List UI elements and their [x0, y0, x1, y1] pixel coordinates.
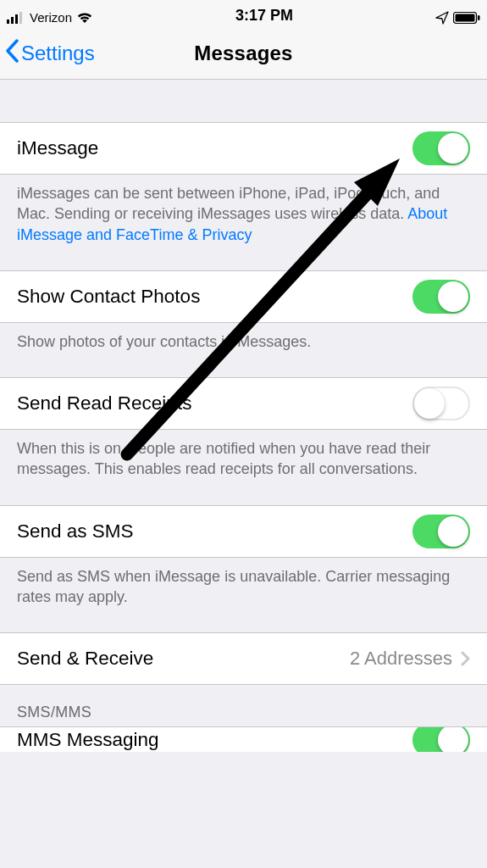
section-header-smsmms: SMS/MMS	[0, 685, 487, 726]
nav-bar: Settings Messages	[0, 27, 487, 80]
footer-send-sms: Send as SMS when iMessage is unavailable…	[0, 558, 487, 608]
row-label: Send & Receive	[17, 648, 153, 670]
chevron-right-icon	[461, 651, 470, 666]
row-detail: 2 Addresses	[350, 648, 470, 670]
row-read-receipts[interactable]: Send Read Receipts	[0, 377, 487, 430]
row-label: Send Read Receipts	[17, 392, 191, 415]
svg-rect-2	[15, 14, 18, 24]
status-left: Verizon	[7, 10, 93, 25]
footer-imessage: iMessages can be sent between iPhone, iP…	[0, 175, 487, 245]
toggle-mms[interactable]	[412, 726, 470, 752]
footer-read-receipts: When this is on, people are notified whe…	[0, 430, 487, 480]
svg-rect-1	[11, 17, 14, 24]
toggle-contact-photos[interactable]	[412, 280, 470, 314]
row-label: iMessage	[17, 137, 98, 159]
wifi-icon	[76, 12, 93, 24]
row-imessage[interactable]: iMessage	[0, 122, 487, 175]
svg-rect-3	[19, 12, 22, 24]
svg-rect-5	[455, 14, 474, 22]
row-mms-messaging[interactable]: MMS Messaging	[0, 726, 487, 752]
toggle-send-sms[interactable]	[412, 515, 470, 548]
row-send-receive[interactable]: Send & Receive 2 Addresses	[0, 632, 487, 685]
row-label: Show Contact Photos	[17, 286, 200, 308]
location-icon	[435, 11, 449, 25]
row-detail-text: 2 Addresses	[350, 648, 452, 670]
status-time: 3:17 PM	[235, 7, 293, 25]
chevron-left-icon	[5, 39, 19, 68]
back-button[interactable]: Settings	[5, 27, 95, 79]
cellular-signal-icon	[7, 12, 25, 24]
carrier-label: Verizon	[30, 10, 72, 25]
svg-rect-6	[478, 15, 480, 20]
toggle-imessage[interactable]	[412, 131, 470, 165]
battery-icon	[453, 12, 480, 24]
row-label: MMS Messaging	[17, 729, 159, 751]
footer-contact-photos: Show photos of your contacts in Messages…	[0, 323, 487, 352]
svg-rect-0	[7, 19, 9, 24]
row-contact-photos[interactable]: Show Contact Photos	[0, 270, 487, 323]
row-label: Send as SMS	[17, 520, 134, 542]
footer-text: iMessages can be sent between iPhone, iP…	[17, 185, 440, 222]
status-right	[435, 11, 480, 25]
toggle-read-receipts[interactable]	[412, 387, 470, 420]
row-send-sms[interactable]: Send as SMS	[0, 505, 487, 558]
back-label: Settings	[21, 42, 95, 65]
status-bar: Verizon 3:17 PM	[0, 0, 487, 27]
